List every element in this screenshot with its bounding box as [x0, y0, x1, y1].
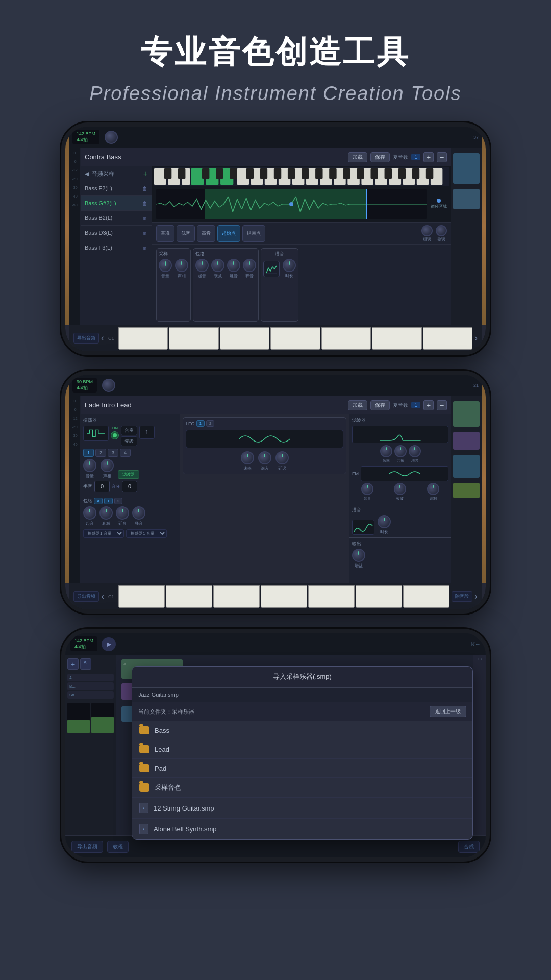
knob-section-1: 采样 音量: [152, 245, 451, 325]
file-icon-1: ▶: [139, 803, 148, 813]
load-btn-2[interactable]: 加载: [348, 400, 367, 410]
export-btn-2[interactable]: 导出音频: [73, 591, 99, 602]
mod-select-2[interactable]: 振荡器1-音量: [126, 529, 167, 538]
nav-left-1[interactable]: ‹: [101, 333, 104, 344]
folder-icon-samples: [139, 783, 149, 792]
folder-icon-pad: [139, 764, 149, 772]
current-folder-label: 当前文件夹：采样乐器: [138, 708, 194, 716]
svg-rect-1: [191, 168, 204, 185]
folder-item-lead[interactable]: Lead: [132, 740, 472, 759]
svg-rect-30: [288, 168, 295, 179]
level-ruler-1: 0-6-12-20-30-40-50: [69, 148, 81, 325]
instrument-panel-1: Contra Bass 加载 保存 复音数 1 + − ◀ 音频采样 +: [81, 148, 451, 325]
header: 专业音色创造工具 Professional Instrument Creatio…: [0, 0, 551, 122]
file-item-1[interactable]: ▶ 12 String Guitar.smp: [132, 798, 472, 819]
export-btn-1[interactable]: 导出音频: [73, 333, 99, 344]
env-section-2: 包络 A 1 2 起音: [81, 495, 180, 541]
edit-btn-bass[interactable]: 低音: [177, 225, 195, 242]
sample-item-4[interactable]: Bass F3(L) 🗑: [81, 240, 152, 255]
edit-btn-treble[interactable]: 高音: [197, 225, 215, 242]
folder-item-pad[interactable]: Pad: [132, 759, 472, 778]
nav-left-2[interactable]: ‹: [101, 591, 104, 602]
mod-select-1[interactable]: 振荡器1-音量: [83, 529, 124, 538]
panel-header-2: Fade Intro Lead 加载 保存 复音数 1 + −: [81, 396, 451, 414]
plus-btn-1[interactable]: +: [423, 152, 434, 162]
loop-label: 循环区域: [431, 199, 447, 209]
header-title-en: Professional Instrument Creation Tools: [20, 83, 531, 105]
reverb-section-2: 潜音 时长: [349, 504, 451, 538]
folder-icon-bass: [139, 726, 149, 734]
dialog-header-3: 导入采样乐器(.smp): [132, 667, 472, 688]
osc-section-2: 振荡器 ON: [81, 414, 180, 495]
bpm-display-1: 142 BPM 4/4拍: [72, 130, 99, 144]
track-blocks-2: [451, 396, 482, 583]
back-btn-3[interactable]: 返回上一级: [430, 706, 466, 717]
svg-rect-25: [216, 168, 223, 179]
synth-panel-2: Fade Intro Lead 加载 保存 复音数 1 + − 振荡器: [81, 396, 451, 583]
nav-right-2[interactable]: ›: [474, 591, 478, 602]
phone-mockup-1: 142 BPM 4/4拍 37 0-6-12-20-30-40-50 Contr…: [61, 122, 490, 355]
screen2-inner: 90 BPM 4/4拍 21 0-6-12-20-30-40 Fade Intr…: [65, 375, 486, 609]
sample-item-2[interactable]: Bass B2(L) 🗑: [81, 211, 152, 226]
sample-item-0[interactable]: Bass F2(L) 🗑: [81, 181, 152, 196]
output-section-2: 输出 增益: [349, 538, 451, 571]
svg-rect-29: [274, 168, 281, 179]
export-btn-3[interactable]: 导出音频: [71, 841, 103, 853]
header-title-cn: 专业音色创造工具: [20, 31, 531, 74]
piano-roll-1: [152, 166, 451, 186]
screen1-inner: 142 BPM 4/4拍 37 0-6-12-20-30-40-50 Contr…: [65, 127, 486, 351]
mixer-sidebar-3: + AI J... B... Sn...: [65, 655, 116, 835]
key-label-c1: C1: [106, 335, 116, 341]
polyphony-val-1: 1: [411, 154, 420, 160]
file-item-2[interactable]: ▶ Alone Bell Synth.smp: [132, 819, 472, 839]
mix-btn-3[interactable]: 合成: [458, 841, 480, 853]
minus-btn-1[interactable]: −: [437, 152, 447, 162]
svg-rect-34: [343, 168, 350, 179]
waveform-display-1: 循环区域: [152, 186, 451, 223]
svg-rect-26: [230, 168, 237, 179]
instrument-name-1: Contra Bass: [85, 153, 345, 161]
minus-btn-2[interactable]: −: [437, 400, 447, 410]
dialog-path-3: 当前文件夹：采样乐器 返回上一级: [132, 702, 472, 721]
folder-icon-lead: [139, 745, 149, 753]
nav-right-1[interactable]: ›: [474, 333, 478, 344]
svg-rect-37: [385, 168, 392, 179]
svg-rect-38: [398, 168, 406, 179]
bpm-display-2: 90 BPM 4/4拍: [72, 378, 97, 393]
transport-bar-3: 142 BPM 4/4拍 ▶ K←: [65, 633, 486, 655]
import-dialog-3: 导入采样乐器(.smp) Jazz Guitar.smp 当前文件夹：采样乐器 …: [132, 666, 473, 840]
svg-rect-32: [315, 168, 322, 179]
edit-btn-end[interactable]: 结束点: [242, 225, 265, 242]
phone-mockup-3: 142 BPM 4/4拍 ▶ K← + AI J... B... Sn...: [61, 629, 490, 862]
save-btn-1[interactable]: 保存: [370, 152, 390, 162]
phone-mockup-2: 90 BPM 4/4拍 21 0-6-12-20-30-40 Fade Intr…: [61, 371, 490, 614]
tutorial-btn-3[interactable]: 教程: [107, 841, 129, 853]
load-btn-1[interactable]: 加载: [348, 152, 367, 162]
folder-item-bass[interactable]: Bass: [132, 721, 472, 740]
add-track-btn-3[interactable]: +: [67, 658, 79, 670]
edit-btn-start[interactable]: 起始点: [217, 225, 240, 242]
bpm-display-3: 142 BPM 4/4拍: [70, 636, 97, 651]
polyphony-label-1: 复音数: [393, 154, 408, 161]
top-bar-2: 90 BPM 4/4拍 21: [65, 375, 486, 396]
svg-rect-31: [302, 168, 309, 179]
sample-item-3[interactable]: Bass D3(L) 🗑: [81, 226, 152, 240]
save-btn-2[interactable]: 保存: [370, 400, 390, 410]
svg-rect-23: [178, 168, 185, 179]
filter-section-2: 滤波器 频率: [349, 414, 451, 504]
plus-btn-2[interactable]: +: [423, 400, 434, 410]
dialog-search-3[interactable]: Jazz Guitar.smp: [132, 688, 472, 702]
sample-item-1[interactable]: Bass G#2(L) 🗑: [81, 196, 152, 211]
edit-buttons-1: 基准 低音 高音 起始点 结束点 粗调: [152, 223, 451, 245]
track-blocks-1: [451, 148, 482, 325]
svg-rect-35: [357, 168, 364, 179]
keyboard-bar-1: 导出音频 ‹ C1 ›: [69, 325, 482, 351]
edit-btn-base[interactable]: 基准: [156, 225, 174, 242]
svg-rect-40: [426, 168, 433, 179]
play-btn-3[interactable]: ▶: [102, 637, 116, 651]
svg-rect-39: [412, 168, 419, 179]
svg-rect-22: [164, 168, 171, 179]
folder-item-samples[interactable]: 采样音色: [132, 778, 472, 798]
file-icon-2: ▶: [139, 824, 148, 834]
sample-list-header-1: ◀ 音频采样 +: [81, 166, 152, 181]
